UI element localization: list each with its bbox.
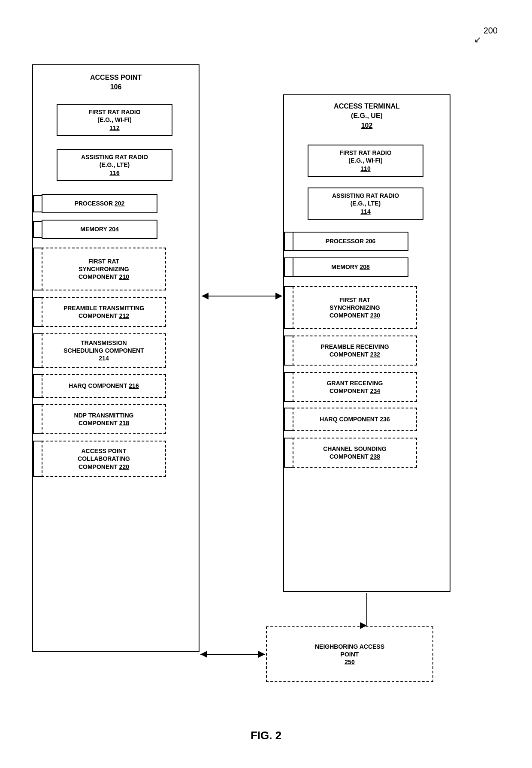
ap-assisting-rat-radio-box: ASSISTING RAT RADIO (E.G., LTE) 116: [57, 149, 172, 181]
at-preamble-rx-box: PREAMBLE RECEIVING COMPONENT 232: [293, 336, 417, 366]
at-channel-sounding-box: CHANNEL SOUNDING COMPONENT 238: [293, 438, 417, 468]
ap-memory-box: MEMORY 204: [42, 220, 157, 239]
access-terminal-box: ACCESS TERMINAL (E.G., UE) 102 FIRST RAT…: [283, 94, 450, 592]
at-harq-box: HARQ COMPONENT 236: [293, 408, 417, 431]
at-preamble-bracket: [284, 336, 293, 366]
ap-harq-box: HARQ COMPONENT 216: [42, 374, 166, 398]
ap-first-rat-radio-box: FIRST RAT RADIO (E.G., WI-FI) 112: [57, 104, 172, 136]
ap-harq-bracket: [33, 374, 42, 398]
access-point-box: ACCESS POINT 106 FIRST RAT RADIO (E.G., …: [32, 64, 200, 652]
ap-first-rat-sync-box: FIRST RAT SYNCHRONIZING COMPONENT 210: [42, 248, 166, 290]
at-memory-box: MEMORY 208: [293, 257, 408, 277]
at-grant-bracket: [284, 372, 293, 402]
ap-title: ACCESS POINT 106: [33, 73, 199, 92]
at-title: ACCESS TERMINAL (E.G., UE) 102: [284, 102, 450, 130]
ap-tx-sched-box: TRANSMISSION SCHEDULING COMPONENT 214: [42, 333, 166, 368]
ap-processor-box: PROCESSOR 202: [42, 194, 157, 213]
fig-label: FIG. 2: [251, 729, 281, 742]
ap-ndp-tx-box: NDP TRANSMITTING COMPONENT 218: [42, 404, 166, 434]
at-grant-rx-box: GRANT RECEIVING COMPONENT 234: [293, 372, 417, 402]
ap-preamble-bracket: [33, 297, 42, 327]
at-harq-bracket: [284, 408, 293, 431]
at-first-rat-sync-box: FIRST RAT SYNCHRONIZING COMPONENT 230: [293, 286, 417, 329]
ap-tx-sched-bracket: [33, 333, 42, 368]
ap-collab-bracket: [33, 441, 42, 477]
arrow-200-icon: ↙: [474, 34, 481, 45]
ap-preamble-tx-box: PREAMBLE TRANSMITTING COMPONENT 212: [42, 297, 166, 327]
diagram-container: 200 ↙ ACCESS POINT 106 FIRST RAT RADIO (…: [0, 0, 532, 768]
ap-ndp-bracket: [33, 404, 42, 434]
ap-processor-bracket: [33, 195, 42, 212]
at-processor-box: PROCESSOR 206: [293, 232, 408, 251]
at-channel-bracket: [284, 438, 293, 468]
at-memory-bracket: [284, 257, 293, 277]
at-sync-bracket: [284, 286, 293, 329]
at-assisting-rat-radio-box: ASSISTING RAT RADIO (E.G., LTE) 114: [308, 187, 423, 220]
ref-200: 200: [484, 26, 498, 36]
ap-sync-bracket: [33, 248, 42, 290]
at-first-rat-radio-box: FIRST RAT RADIO (E.G., WI-FI) 110: [308, 145, 423, 177]
neighboring-ap-box: NEIGHBORING ACCESS POINT 250: [266, 626, 433, 682]
at-processor-bracket: [284, 232, 293, 251]
ap-collab-box: ACCESS POINT COLLABORATING COMPONENT 220: [42, 441, 166, 477]
ap-memory-bracket: [33, 221, 42, 238]
